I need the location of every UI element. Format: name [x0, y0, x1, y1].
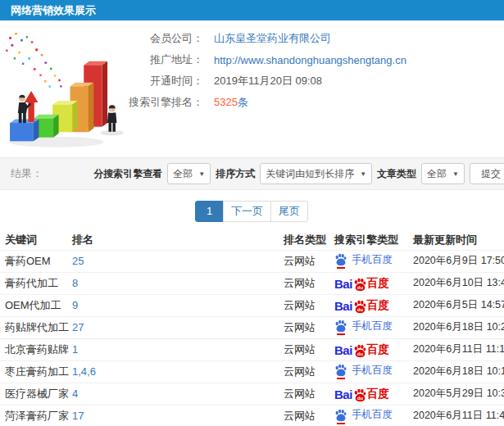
col-rank: 排名: [69, 230, 280, 250]
mobile-baidu-badge: 手机百度: [334, 364, 393, 378]
rank-count-suffix[interactable]: 条: [238, 96, 248, 108]
rank-type-cell: 云网站: [280, 338, 331, 360]
table-row: OEM代加工 9 云网站 百度 Bai: [0, 294, 504, 316]
table-row: 药贴牌代加工 27 云网站 手机百度 Bai: [0, 316, 504, 338]
rank-link[interactable]: 17: [72, 410, 84, 422]
updated-text: 2020年6月18日 10:25: [413, 321, 504, 333]
keyword-cell: 枣庄膏药加工: [0, 360, 69, 383]
updated-cell: 2020年6月9日 17:50: [410, 250, 504, 272]
keyword-cell: OEM代加工: [0, 294, 69, 316]
rank-type-text: 云网站: [284, 365, 316, 378]
member-company-row: 会员公司： 山东皇圣堂药业有限公司: [141, 28, 504, 49]
baidu-logo: Bai du 百度: [334, 387, 389, 401]
updated-text: 2020年6月11日 11:40: [413, 410, 504, 421]
rank-type-cell: 云网站: [280, 316, 331, 338]
member-company-link[interactable]: 山东皇圣堂药业有限公司: [214, 31, 331, 46]
last-page-button[interactable]: 尾页: [270, 201, 308, 222]
article-type-label: 文章类型: [377, 167, 416, 181]
rank-link[interactable]: 8: [72, 277, 78, 289]
updated-cell: 2020年5月29日 10:32: [410, 383, 504, 405]
keyword-text: 膏药OEM: [5, 255, 51, 267]
baidu-logo: Bai du 百度: [334, 342, 389, 357]
table-row: 北京膏药贴牌 1 云网站 百度 Bai: [0, 338, 504, 360]
baidu-logo-bai: Bai: [334, 387, 352, 401]
bar-chart-illustration: [0, 25, 141, 157]
rank-type-text: 云网站: [284, 299, 316, 311]
rank-cell: 1,4,6: [69, 360, 280, 383]
rank-link[interactable]: 1: [72, 343, 78, 356]
svg-text:du: du: [357, 284, 364, 289]
engine-filter-select[interactable]: 全部 ▼: [167, 163, 211, 184]
updated-cell: 2020年6月10日 13:40: [410, 272, 504, 294]
engine-cell: 百度 Bai du 百度: [331, 272, 410, 294]
rank-link[interactable]: 1,4,6: [72, 365, 96, 378]
engine-cell: 百度 Bai du 百度: [331, 294, 410, 316]
keyword-text: 菏泽膏药厂家: [5, 410, 69, 422]
rank-link[interactable]: 27: [72, 321, 84, 333]
rank-cell: 1: [69, 338, 280, 360]
updated-cell: 2020年6月18日 10:25: [410, 316, 504, 338]
keyword-cell: 北京膏药贴牌: [0, 338, 69, 360]
rank-cell: 9: [69, 294, 280, 316]
rank-link[interactable]: 9: [72, 299, 78, 311]
article-type-select[interactable]: 全部 ▼: [421, 163, 465, 184]
baidu-logo-suffix: 百度: [367, 342, 389, 357]
baidu-paw-icon: du: [353, 388, 366, 401]
rank-link[interactable]: 25: [72, 255, 84, 267]
chevron-down-icon: ▼: [198, 170, 205, 178]
rank-type-cell: 云网站: [280, 405, 331, 426]
baidu-logo: Bai du 百度: [334, 298, 389, 313]
confetti-dots: [6, 33, 62, 88]
rank-type-cell: 云网站: [280, 360, 331, 383]
rank-type-text: 云网站: [284, 321, 316, 333]
baidu-logo-bai: Bai: [334, 277, 352, 291]
updated-cell: 2020年6月11日 11:40: [410, 405, 504, 426]
baidu-logo-suffix: 百度: [367, 298, 389, 313]
page-1-button[interactable]: 1: [195, 201, 224, 222]
col-keyword: 关键词: [0, 230, 69, 250]
article-type-value: 全部: [427, 167, 447, 181]
sort-filter-select[interactable]: 关键词由短到长排序 ▼: [260, 163, 372, 184]
mobile-baidu-badge: 手机百度: [334, 320, 393, 333]
baidu-paw-icon: du: [353, 278, 366, 291]
keyword-text: 医疗器械厂家: [5, 387, 69, 400]
submit-button[interactable]: 提交: [470, 163, 504, 184]
marketing-results-page: 网络营销效果展示: [0, 0, 504, 426]
svg-text:du: du: [357, 306, 364, 311]
rank-type-cell: 云网站: [280, 294, 331, 316]
engine-cell: 百度 Bai du 百度: [331, 338, 410, 360]
promo-url-label: 推广地址：: [141, 52, 203, 67]
updated-cell: 2020年6月18日 10:19: [410, 360, 504, 383]
promo-url-row: 推广地址： http://www.shandonghuangshengtang.…: [141, 49, 504, 70]
updated-text: 2020年5月29日 10:32: [413, 387, 504, 399]
keyword-text: 药贴牌代加工: [5, 321, 69, 333]
engine-cell: 手机百度 Bai du 百度: [331, 405, 410, 426]
baidu-logo: Bai du 百度: [334, 276, 389, 291]
filter-bar: 结果： 分搜索引擎查看 全部 ▼ 排序方式 关键词由短到长排序 ▼ 文章类型 全…: [0, 157, 504, 190]
updated-text: 2020年6月9日 17:50: [413, 255, 504, 266]
next-page-button[interactable]: 下一页: [223, 201, 271, 222]
chevron-down-icon: ▼: [452, 170, 459, 178]
rank-type-text: 云网站: [284, 277, 316, 289]
baidu-paw-icon: du: [353, 344, 366, 357]
svg-text:du: du: [357, 351, 364, 356]
rank-type-text: 云网站: [284, 255, 316, 267]
rank-link[interactable]: 4: [72, 387, 78, 400]
filter-controls: 分搜索引擎查看 全部 ▼ 排序方式 关键词由短到长排序 ▼ 文章类型 全部 ▼ …: [93, 163, 504, 184]
results-table: 关键词 排名 排名类型 搜索引擎类型 最新更新时间 膏药OEM 25 云网站: [0, 230, 504, 426]
3d-growth-chart-image: [0, 25, 141, 157]
sort-filter-value: 关键词由短到长排序: [266, 167, 354, 181]
table-row: 菏泽膏药厂家 17 云网站 手机百度 Bai: [0, 405, 504, 426]
rank-count: 5325: [214, 96, 238, 108]
keyword-cell: 菏泽膏药厂家: [0, 405, 69, 426]
table-row: 医疗器械厂家 4 云网站 百度 Bai: [0, 383, 504, 405]
keyword-cell: 膏药OEM: [0, 250, 69, 272]
open-time-row: 开通时间： 2019年11月20日 09:08: [141, 70, 504, 92]
mobile-baidu-label: 手机百度: [352, 364, 393, 378]
promo-url-link[interactable]: http://www.shandonghuangshengtang.cn: [214, 54, 406, 66]
engine-cell: 百度 Bai du 百度: [331, 383, 410, 405]
mobile-baidu-badge: 手机百度: [334, 408, 393, 422]
col-engine-type: 搜索引擎类型: [331, 230, 410, 250]
keyword-cell: 膏药代加工: [0, 272, 69, 294]
updated-text: 2020年6月10日 13:40: [413, 277, 504, 288]
